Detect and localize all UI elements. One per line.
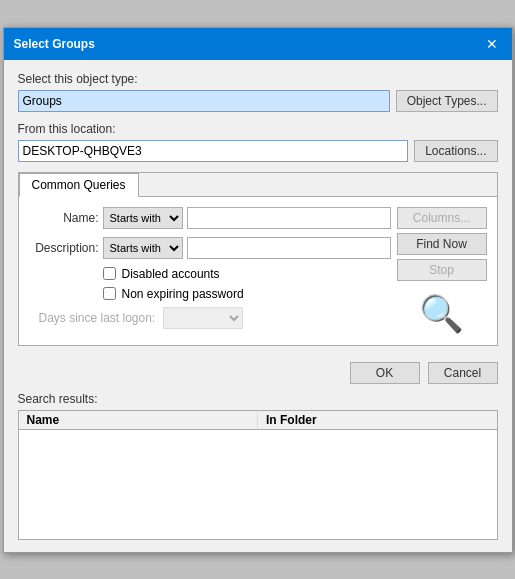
tab-header: Common Queries <box>19 173 497 197</box>
days-label: Days since last logon: <box>39 311 159 325</box>
tab-content: Name: Starts with Is exactly Ends with D… <box>19 197 497 345</box>
find-now-button[interactable]: Find Now <box>397 233 487 255</box>
location-label: From this location: <box>18 122 498 136</box>
location-row: Locations... <box>18 140 498 162</box>
dialog-body: Select this object type: Object Types...… <box>4 60 512 552</box>
description-label: Description: <box>29 241 99 255</box>
query-grid: Name: Starts with Is exactly Ends with D… <box>29 207 487 335</box>
object-type-row: Object Types... <box>18 90 498 112</box>
stop-button[interactable]: Stop <box>397 259 487 281</box>
select-groups-dialog: Select Groups ✕ Select this object type:… <box>3 27 513 553</box>
desc-filter-select[interactable]: Starts with Is exactly Ends with <box>103 237 183 259</box>
results-col-folder: In Folder <box>258 411 497 429</box>
dialog-title: Select Groups <box>14 37 95 51</box>
location-input[interactable] <box>18 140 409 162</box>
search-icon-container: 🔍 <box>397 293 487 335</box>
non-expiring-row: Non expiring password <box>29 287 391 301</box>
results-header: Name In Folder <box>19 411 497 430</box>
search-icon: 🔍 <box>419 293 464 334</box>
days-row: Days since last logon: <box>29 307 391 329</box>
name-row: Name: Starts with Is exactly Ends with <box>29 207 391 229</box>
query-actions: Columns... Find Now Stop 🔍 <box>397 207 487 335</box>
disabled-accounts-row: Disabled accounts <box>29 267 391 281</box>
results-table[interactable]: Name In Folder <box>18 410 498 540</box>
disabled-accounts-label: Disabled accounts <box>122 267 220 281</box>
results-col-name: Name <box>19 411 259 429</box>
name-label: Name: <box>29 211 99 225</box>
locations-button[interactable]: Locations... <box>414 140 497 162</box>
search-results-label: Search results: <box>18 392 498 406</box>
object-type-label: Select this object type: <box>18 72 498 86</box>
object-type-input[interactable] <box>18 90 390 112</box>
ok-button[interactable]: OK <box>350 362 420 384</box>
close-button[interactable]: ✕ <box>482 34 502 54</box>
description-row: Description: Starts with Is exactly Ends… <box>29 237 391 259</box>
disabled-accounts-checkbox[interactable] <box>103 267 116 280</box>
name-filter-select[interactable]: Starts with Is exactly Ends with <box>103 207 183 229</box>
cancel-button[interactable]: Cancel <box>428 362 498 384</box>
tab-common-queries[interactable]: Common Queries <box>19 173 139 197</box>
bottom-bar: OK Cancel <box>18 358 498 392</box>
columns-button[interactable]: Columns... <box>397 207 487 229</box>
non-expiring-checkbox[interactable] <box>103 287 116 300</box>
title-bar: Select Groups ✕ <box>4 28 512 60</box>
query-fields: Name: Starts with Is exactly Ends with D… <box>29 207 391 335</box>
tab-panel: Common Queries Name: Starts with Is exac… <box>18 172 498 346</box>
non-expiring-label: Non expiring password <box>122 287 244 301</box>
description-value-input[interactable] <box>187 237 391 259</box>
object-types-button[interactable]: Object Types... <box>396 90 498 112</box>
name-value-input[interactable] <box>187 207 391 229</box>
days-select[interactable] <box>163 307 243 329</box>
